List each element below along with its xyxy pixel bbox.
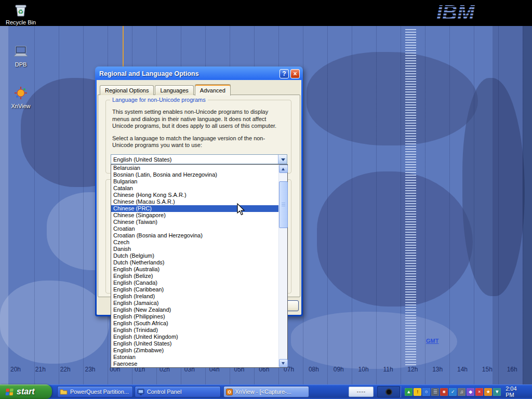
language-dropdown-list: Belarusian Bosnian (Latin, Bosnia and He… xyxy=(111,165,278,367)
tray-icon-app1[interactable]: ◆ xyxy=(467,388,474,396)
taskbar-dark-segment[interactable] xyxy=(377,386,400,397)
list-item[interactable]: Chinese (Taiwan) xyxy=(111,219,278,225)
xnview-icon xyxy=(12,85,30,102)
list-item[interactable]: Belarusian xyxy=(111,165,278,171)
list-item[interactable]: English (United States) xyxy=(111,340,278,347)
tz-label: 09h xyxy=(334,366,344,373)
group-title: Language for non-Unicode programs xyxy=(110,97,208,103)
lens-icon xyxy=(385,389,392,395)
list-item[interactable]: English (United Kingdom) xyxy=(111,334,278,340)
tray-icon-updates[interactable]: ✓ xyxy=(449,388,457,396)
desktop-icon-dpb[interactable]: DPB xyxy=(4,44,37,68)
icon-label: DPB xyxy=(4,61,37,68)
start-button[interactable]: start xyxy=(0,384,52,399)
language-combobox[interactable]: English (United States) xyxy=(111,154,287,164)
meridian-line xyxy=(123,26,124,66)
tab-languages[interactable]: Languages xyxy=(155,85,193,95)
help-button[interactable]: ? xyxy=(280,69,289,78)
icon-label: Recycle Bin xyxy=(4,19,37,25)
list-item[interactable]: Dutch (Netherlands) xyxy=(111,259,278,266)
list-item[interactable]: English (Caribbean) xyxy=(111,286,278,293)
xnview-task-icon xyxy=(226,389,233,395)
combobox-value: English (United States) xyxy=(111,156,278,163)
tray-icon-volume[interactable]: ♫ xyxy=(458,388,466,396)
list-item[interactable]: Danish xyxy=(111,246,278,252)
list-item[interactable]: English (Trinidad) xyxy=(111,327,278,334)
list-item[interactable]: Chinese (Singapore) xyxy=(111,212,278,219)
taskbar-clock[interactable]: 2:04 PM xyxy=(506,385,527,398)
dialog-titlebar[interactable]: Regional and Language Options ? × xyxy=(99,68,300,79)
tz-label: 08h xyxy=(309,366,319,373)
list-item[interactable]: Catalan xyxy=(111,185,278,192)
tz-label: 20h xyxy=(10,366,21,373)
taskbar-mini-button[interactable]: ---- xyxy=(349,387,374,397)
tray-icon-monitor[interactable]: ■ xyxy=(440,388,448,396)
scroll-up-button[interactable] xyxy=(279,165,288,173)
tz-label: 12h xyxy=(407,366,418,373)
tz-label: 21h xyxy=(35,366,46,373)
ibm-logo: IBM xyxy=(435,1,498,27)
wallpaper-edge xyxy=(493,26,523,384)
close-button[interactable]: × xyxy=(290,69,300,78)
tray-icon-app3[interactable]: ★ xyxy=(484,388,492,396)
wallpaper-edge xyxy=(0,26,8,384)
chevron-down-icon[interactable] xyxy=(278,155,287,164)
gmt-label: GMT xyxy=(426,338,438,344)
list-item[interactable]: English (Philippines) xyxy=(111,313,278,320)
list-item[interactable]: English (Jamaica) xyxy=(111,300,278,307)
taskbar-button-label: Control Panel xyxy=(147,389,185,395)
group-paragraph: Select a language to match the language … xyxy=(106,135,291,149)
list-item[interactable]: Dutch (Belgium) xyxy=(111,252,278,259)
list-item[interactable]: Croatian (Bosnia and Herzegovina) xyxy=(111,232,278,239)
tz-label: 11h xyxy=(383,366,393,373)
scrollbar-thumb[interactable] xyxy=(279,181,288,228)
tray-icon-app2[interactable]: × xyxy=(475,388,483,396)
svg-text:♻: ♻ xyxy=(18,8,24,16)
tz-label: 10h xyxy=(358,366,369,373)
list-item[interactable]: Bulgarian xyxy=(111,178,278,185)
tz-label: 14h xyxy=(457,366,468,373)
dialog-title: Regional and Language Options xyxy=(99,70,278,77)
list-item[interactable]: Faeroese xyxy=(111,361,278,367)
list-item[interactable]: Chinese (Hong Kong S.A.R.) xyxy=(111,192,278,198)
tray-icon-keyboard-layout[interactable]: ☰ xyxy=(431,388,439,396)
list-item[interactable]: English (South Africa) xyxy=(111,320,278,327)
tz-label: 13h xyxy=(432,366,443,373)
tz-label: 22h xyxy=(60,366,71,373)
windows-flag-icon xyxy=(5,388,14,396)
tray-icon-alert[interactable]: ! xyxy=(414,388,421,396)
list-item[interactable]: English (Australia) xyxy=(111,266,278,273)
list-item[interactable]: English (Zimbabwe) xyxy=(111,347,278,354)
list-item[interactable]: English (Canada) xyxy=(111,280,278,286)
list-item[interactable]: Croatian xyxy=(111,225,278,232)
scroll-down-button[interactable] xyxy=(279,359,288,367)
dropdown-scrollbar[interactable] xyxy=(278,165,287,367)
list-item[interactable]: Chinese (Macau S.A.R.) xyxy=(111,198,278,205)
list-item[interactable]: English (New Zealand) xyxy=(111,307,278,313)
taskbar: start PowerQuest Partition... Control Pa… xyxy=(0,384,532,399)
taskbar-button-label: XnView - [<Capture-... xyxy=(235,389,295,395)
taskbar-button-powerquest[interactable]: PowerQuest Partition... xyxy=(57,386,133,397)
tray-icon-network[interactable]: ○ xyxy=(422,388,430,396)
control-panel-icon xyxy=(137,389,144,395)
timezone-hatch-band xyxy=(405,29,416,366)
desktop-icon-xnview[interactable]: XnView xyxy=(4,85,37,109)
desktop-icon-recycle-bin[interactable]: ♻ Recycle Bin xyxy=(4,2,37,25)
laptop-icon xyxy=(12,44,30,60)
tab-regional-options[interactable]: Regional Options xyxy=(100,85,154,95)
tz-label: 16h xyxy=(507,366,517,373)
tray-icon-removable-device[interactable]: ▲ xyxy=(405,388,413,396)
list-item[interactable]: English (Ireland) xyxy=(111,293,278,300)
taskbar-button-control-panel[interactable]: Control Panel xyxy=(135,386,221,397)
taskbar-button-xnview[interactable]: XnView - [<Capture-... xyxy=(223,386,310,397)
list-item-selected[interactable]: Chinese (PRC) xyxy=(111,205,278,212)
list-item[interactable]: Bosnian (Latin, Bosnia and Herzegovina) xyxy=(111,171,278,178)
list-item[interactable]: Estonian xyxy=(111,354,278,361)
tray-icon-app4[interactable]: ▼ xyxy=(493,388,501,396)
list-item[interactable]: Czech xyxy=(111,239,278,246)
taskbar-button-label: PowerQuest Partition... xyxy=(70,389,132,395)
language-dropdown: Belarusian Bosnian (Latin, Bosnia and He… xyxy=(111,164,288,368)
list-item[interactable]: English (Belize) xyxy=(111,273,278,280)
system-tray: ▲ ! ○ ☰ ■ ✓ ♫ ◆ × ★ ▼ 2:04 PM xyxy=(400,384,532,399)
tab-advanced[interactable]: Advanced xyxy=(195,84,231,96)
